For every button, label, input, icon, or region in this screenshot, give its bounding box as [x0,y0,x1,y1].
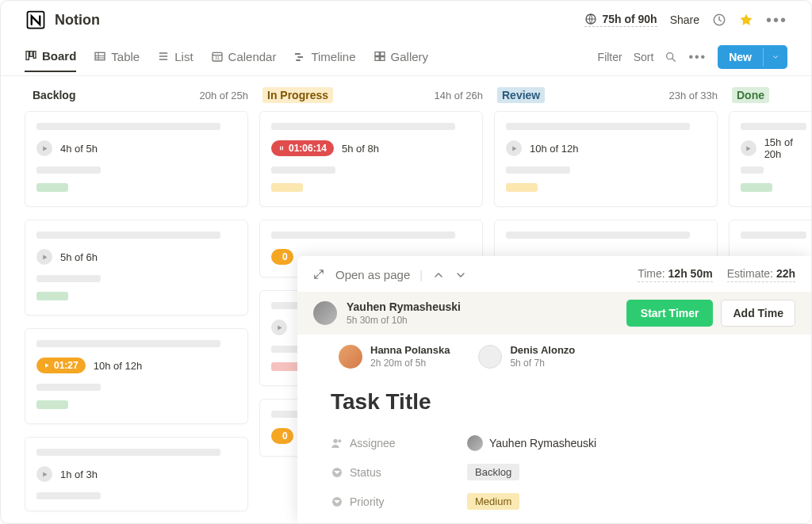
start-timer-button[interactable]: Start Timer [626,300,714,327]
secondary-users: Hanna Polanska 2h 20m of 5h Denis Alonzo… [297,335,811,375]
prop-assignee[interactable]: Assignee Yauhen Rymasheuski [331,429,795,457]
svg-rect-6 [95,52,105,59]
time-stat[interactable]: Time: 12h 50m [638,267,712,282]
task-title[interactable]: Task Title [297,375,811,429]
card-time: 1h of 3h [60,469,98,480]
task-card[interactable] [729,220,811,260]
calendar-icon: 31 [211,50,224,63]
avatar [313,301,337,325]
timer-pill[interactable]: 0 [271,249,293,265]
task-card[interactable]: 1h of 3h [25,437,248,511]
column-time: 14h of 26h [435,90,483,101]
tag-pill [36,400,68,409]
new-button[interactable]: New [718,45,787,69]
board-icon [25,49,37,62]
play-icon[interactable] [271,319,287,335]
priority-pill: Medium [467,493,519,510]
avatar [467,435,483,451]
task-card[interactable]: 4h of 5h [25,111,248,207]
more-options-icon[interactable]: ••• [766,11,787,29]
play-icon[interactable] [506,140,522,156]
timer-pill[interactable]: 01:27 [36,358,86,373]
prop-label: Assignee [331,437,467,449]
user-name: Denis Alonzo [510,344,575,356]
expand-icon[interactable] [313,269,326,281]
card-time-row: 5h of 6h [36,248,236,266]
svg-rect-11 [297,59,301,61]
column-title[interactable]: In Progress [262,87,333,103]
timer-value: 01:27 [54,360,79,371]
panel-top-right: Time: 12h 50m Estimate: 22h [638,267,795,282]
card-time-row: 4h of 5h [36,140,236,157]
next-icon[interactable] [454,269,467,281]
task-card[interactable]: 10h of 12h [494,111,718,207]
skeleton-line [36,231,220,239]
estimate-stat[interactable]: Estimate: 22h [727,267,795,282]
skeleton-line [271,123,455,130]
svg-rect-9 [295,53,301,55]
prop-value: Medium [467,493,519,510]
task-card[interactable]: 01:06:14 5h of 8h [259,111,483,207]
skeleton-line [741,231,806,239]
tab-board[interactable]: Board [25,49,76,72]
prop-status[interactable]: Status Backlog [331,457,795,487]
tab-table[interactable]: Table [94,49,140,72]
tab-gallery[interactable]: Gallery [373,49,429,72]
play-icon[interactable] [741,140,756,156]
task-card[interactable]: 5h of 6h [25,220,248,316]
skeleton-line [36,492,101,499]
filter-button[interactable]: Filter [598,51,622,63]
svg-rect-10 [298,56,304,58]
skeleton-line [36,166,101,174]
table-icon [94,50,106,63]
tab-list[interactable]: List [157,49,193,72]
task-card[interactable]: 15h of 20h [729,111,811,207]
timer-pill[interactable]: 01:06:14 [271,140,334,156]
task-card[interactable] [494,220,718,260]
search-icon[interactable] [665,51,677,63]
globe-icon [584,13,597,25]
prop-value: Yauhen Rymasheuski [467,435,596,451]
svg-point-19 [333,439,337,443]
new-chevron-icon[interactable] [763,48,787,67]
tab-calendar[interactable]: 31 Calendar [211,49,277,72]
tab-board-label: Board [42,49,76,63]
column-header: In Progress 14h of 26h [259,87,494,111]
timeline-icon [293,50,306,63]
header-left: Notion [25,9,100,31]
add-time-button[interactable]: Add Time [721,300,795,327]
skeleton-line [36,275,101,282]
skeleton-line [271,231,455,239]
column-title[interactable]: Done [732,87,769,103]
column-title[interactable]: Backlog [28,87,80,103]
share-button[interactable]: Share [670,13,699,26]
timer-buttons: Start Timer Add Time [626,300,795,327]
list-icon [157,50,170,63]
view-more-icon[interactable]: ••• [688,50,707,64]
open-as-page-button[interactable]: Open as page [335,268,410,281]
favorite-star-icon[interactable] [739,13,753,27]
history-icon[interactable] [712,13,726,27]
tab-timeline[interactable]: Timeline [293,49,355,72]
card-time: 4h of 5h [60,143,98,155]
svg-rect-5 [33,52,36,59]
status-pill: Backlog [467,464,519,480]
sort-button[interactable]: Sort [634,51,654,63]
play-icon[interactable] [36,140,52,156]
priority-icon [331,495,343,508]
svg-point-20 [338,439,341,442]
svg-rect-4 [30,52,33,57]
card-time-row: 10h of 12h [506,140,706,157]
svg-rect-12 [375,52,379,56]
svg-rect-17 [280,147,281,151]
play-icon[interactable] [36,466,52,482]
task-card[interactable]: 01:27 10h of 12h [25,328,248,424]
prop-priority[interactable]: Priority Medium [331,487,795,516]
prev-icon[interactable] [432,269,445,281]
time-summary[interactable]: 75h of 90h [584,13,657,27]
header: Notion 75h of 90h Share ••• [1,1,811,37]
play-icon[interactable] [36,249,52,265]
column-title[interactable]: Review [497,87,545,103]
timer-pill[interactable]: 0 [271,428,293,444]
svg-rect-15 [380,57,384,61]
